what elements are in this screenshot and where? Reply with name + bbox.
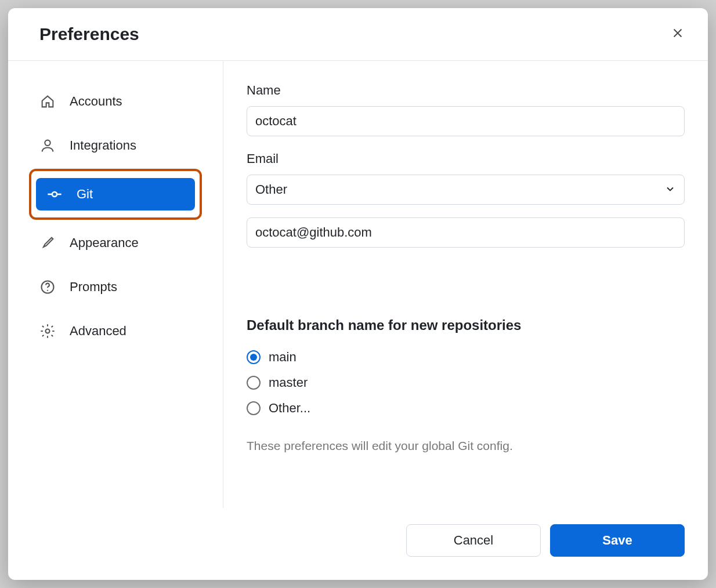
close-button[interactable] (671, 27, 685, 41)
branch-radio-group: main master Other... (247, 350, 685, 416)
name-field: Name (247, 83, 685, 136)
sidebar-item-label: Appearance (70, 235, 139, 251)
sidebar-item-label: Accounts (70, 94, 122, 109)
sidebar-item-prompts[interactable]: Prompts (29, 265, 202, 309)
radio-other[interactable]: Other... (247, 401, 685, 416)
cancel-button[interactable]: Cancel (406, 524, 541, 557)
sidebar-item-git[interactable]: Git (36, 178, 195, 210)
email-select[interactable]: Other (247, 175, 685, 205)
radio-main[interactable]: main (247, 350, 685, 365)
home-icon (39, 93, 56, 110)
radio-label: master (269, 375, 308, 390)
radio-icon (247, 350, 261, 364)
svg-point-1 (52, 192, 57, 197)
sidebar-highlight: Git (29, 169, 202, 220)
sidebar-item-label: Git (77, 187, 93, 202)
radio-icon (247, 376, 261, 390)
config-hint: These preferences will edit your global … (247, 439, 685, 453)
radio-icon (247, 401, 261, 415)
email-input[interactable] (247, 217, 685, 248)
person-icon (39, 137, 56, 154)
gear-icon (39, 323, 56, 339)
radio-master[interactable]: master (247, 375, 685, 390)
radio-label: main (269, 350, 296, 365)
close-icon (671, 27, 684, 42)
radio-label: Other... (269, 401, 310, 416)
save-button[interactable]: Save (550, 524, 685, 557)
sidebar-item-label: Advanced (70, 324, 126, 339)
git-commit-icon (46, 186, 63, 202)
dialog-title: Preferences (39, 24, 139, 44)
preferences-dialog: Preferences Accounts Integrations (8, 8, 708, 580)
svg-point-0 (45, 140, 50, 146)
dialog-header: Preferences (8, 8, 708, 61)
name-input[interactable] (247, 106, 685, 136)
name-label: Name (247, 83, 685, 98)
email-select-wrap: Other (247, 175, 685, 248)
content-pane: Name Email Other Default branch name for… (223, 61, 708, 508)
svg-point-6 (46, 329, 50, 333)
sidebar-item-advanced[interactable]: Advanced (29, 309, 202, 353)
dialog-body: Accounts Integrations Git (8, 61, 708, 508)
paintbrush-icon (39, 235, 56, 251)
sidebar-item-label: Prompts (70, 280, 117, 295)
sidebar-item-integrations[interactable]: Integrations (29, 124, 202, 168)
dialog-footer: Cancel Save (8, 508, 708, 580)
svg-point-5 (47, 290, 48, 291)
sidebar-item-appearance[interactable]: Appearance (29, 221, 202, 265)
chevron-down-icon (664, 183, 676, 198)
email-select-value: Other (255, 182, 287, 197)
sidebar: Accounts Integrations Git (8, 61, 223, 508)
sidebar-item-label: Integrations (70, 138, 136, 153)
question-circle-icon (39, 279, 56, 295)
default-branch-heading: Default branch name for new repositories (247, 317, 685, 333)
email-label: Email (247, 151, 685, 166)
sidebar-item-accounts[interactable]: Accounts (29, 79, 202, 124)
email-field: Email Other (247, 151, 685, 248)
